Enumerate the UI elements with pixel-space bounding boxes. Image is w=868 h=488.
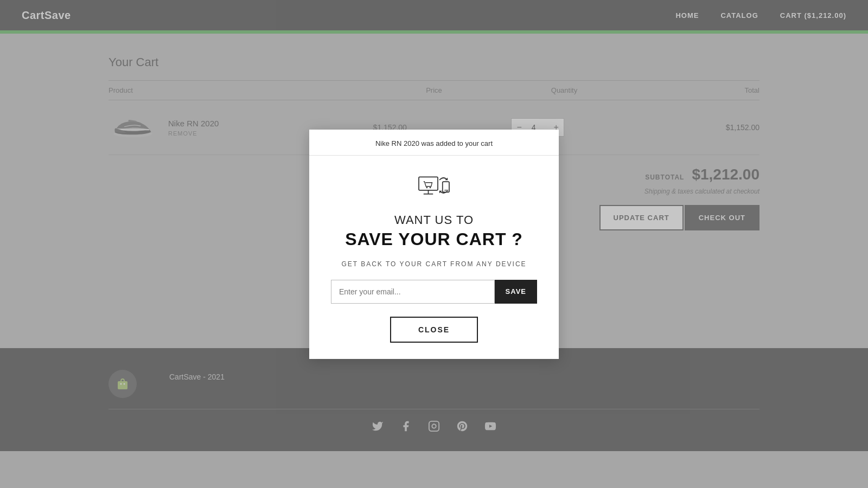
modal-email-row: SAVE bbox=[331, 280, 537, 304]
save-email-button[interactable]: SAVE bbox=[495, 280, 537, 304]
modal-save-cart-text: SAVE YOUR CART ? bbox=[331, 229, 537, 249]
email-input[interactable] bbox=[331, 280, 495, 304]
modal-overlay: Nike RN 2020 was added to your cart bbox=[0, 0, 868, 488]
modal-subtitle: GET BACK TO YOUR CART FROM ANY DEVICE bbox=[331, 260, 537, 268]
svg-point-11 bbox=[430, 187, 431, 188]
save-cart-modal: Nike RN 2020 was added to your cart bbox=[309, 130, 559, 359]
svg-point-10 bbox=[426, 187, 428, 188]
modal-top-bar: Nike RN 2020 was added to your cart bbox=[309, 130, 559, 156]
modal-want-us-text: WANT US TO bbox=[331, 213, 537, 227]
modal-body: WANT US TO SAVE YOUR CART ? GET BACK TO … bbox=[309, 156, 559, 343]
svg-rect-7 bbox=[419, 177, 438, 190]
close-modal-button[interactable]: CLOSE bbox=[390, 317, 478, 343]
cart-save-icon bbox=[415, 166, 453, 204]
